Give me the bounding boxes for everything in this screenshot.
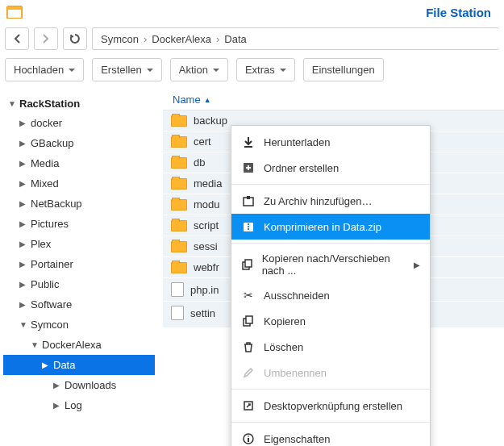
chevron-down-icon — [19, 320, 27, 329]
folder-icon — [171, 241, 187, 252]
chevron-right-icon — [19, 300, 27, 309]
chevron-right-icon — [19, 219, 27, 228]
tree-item[interactable]: Mixed — [3, 173, 155, 194]
sort-asc-icon: ▲ — [204, 96, 211, 104]
shortcut-icon — [241, 398, 256, 413]
folder-icon — [171, 199, 187, 210]
pencil-icon — [241, 365, 256, 380]
menu-separator — [231, 389, 430, 390]
menu-compress[interactable]: Komprimieren in Data.zip — [231, 214, 430, 240]
column-header-name[interactable]: Name ▲ — [163, 90, 504, 110]
forward-button[interactable] — [34, 27, 58, 50]
chevron-right-icon — [19, 199, 27, 208]
breadcrumb[interactable]: Symcon › DockerAlexa › Data — [92, 27, 499, 50]
tree-item[interactable]: Plex — [3, 234, 155, 254]
tree-item-label: DockerAlexa — [42, 339, 102, 351]
chevron-down-icon — [31, 340, 39, 349]
tree-item[interactable]: Downloads — [3, 375, 155, 395]
download-icon — [241, 135, 256, 149]
context-menu: Herunterladen Ordner erstellen Zu Archiv… — [231, 125, 431, 446]
tree-item-label: Symcon — [31, 319, 69, 331]
tree-item-label: Media — [31, 157, 59, 169]
chevron-right-icon — [19, 119, 27, 127]
file-name: cert — [194, 135, 211, 148]
tree-item[interactable]: Log — [3, 395, 155, 415]
tree-item[interactable]: Portainer — [3, 254, 155, 274]
tree-item[interactable]: Public — [3, 274, 155, 294]
compress-icon — [241, 219, 256, 234]
tree-root[interactable]: RackStation — [3, 94, 155, 113]
navigation-bar: Symcon › DockerAlexa › Data — [0, 24, 504, 53]
folder-icon — [171, 157, 187, 169]
file-name: webfr — [194, 261, 219, 273]
tree-item-label: GBackup — [31, 137, 73, 149]
tree-item-label: Public — [31, 278, 59, 290]
breadcrumb-sep-icon: › — [144, 33, 147, 45]
archive-add-icon — [241, 194, 256, 208]
folder-icon — [171, 262, 187, 273]
menu-copy[interactable]: Kopieren — [231, 308, 430, 334]
file-name: php.in — [190, 284, 219, 296]
breadcrumb-item[interactable]: Data — [224, 33, 246, 45]
tree-item[interactable]: Pictures — [3, 214, 155, 234]
file-name: media — [194, 177, 222, 190]
chevron-right-icon — [19, 260, 27, 269]
menu-add-to-archive[interactable]: Zu Archiv hinzufügen… — [231, 188, 430, 214]
settings-button[interactable]: Einstellungen — [303, 58, 384, 81]
tree-item[interactable]: docker — [3, 113, 155, 133]
copy-icon — [241, 314, 256, 328]
tree-item-label: NetBackup — [31, 198, 82, 210]
file-name: db — [194, 156, 205, 169]
menu-desktop-shortcut[interactable]: Desktopverknüpfung erstellen — [231, 393, 430, 419]
folder-icon — [171, 220, 187, 231]
action-toolbar: Hochladen Erstellen Aktion Extras Einste… — [0, 53, 504, 90]
breadcrumb-sep-icon: › — [216, 33, 219, 45]
file-name: modu — [194, 198, 220, 210]
add-folder-icon — [241, 160, 256, 175]
back-button[interactable] — [5, 27, 29, 50]
tree-item-label: Plex — [31, 238, 51, 250]
file-icon — [171, 306, 184, 320]
folder-icon — [171, 178, 187, 190]
info-icon — [241, 431, 256, 446]
tree-item[interactable]: Data — [3, 355, 155, 375]
sidebar: RackStation dockerGBackupMediaMixedNetBa… — [0, 90, 158, 446]
chevron-down-icon — [280, 69, 286, 72]
menu-delete[interactable]: Löschen — [231, 334, 430, 360]
tree-item[interactable]: DockerAlexa — [3, 335, 155, 355]
file-name: backup — [194, 115, 227, 127]
chevron-right-icon — [19, 280, 27, 289]
menu-copy-move[interactable]: Kopieren nach/Verschieben nach ... ▶ — [231, 247, 430, 282]
tree-item[interactable]: NetBackup — [3, 194, 155, 214]
menu-properties[interactable]: Eigenschaften — [231, 426, 430, 446]
breadcrumb-item[interactable]: Symcon — [101, 33, 139, 45]
upload-button[interactable]: Hochladen — [5, 58, 84, 81]
refresh-button[interactable] — [63, 27, 87, 50]
chevron-right-icon — [19, 139, 27, 148]
tree-item-label: Log — [65, 399, 82, 411]
tree-item[interactable]: GBackup — [3, 133, 155, 153]
file-name: settin — [190, 307, 215, 319]
menu-separator — [231, 243, 430, 244]
app-title: File Station — [426, 6, 498, 19]
menu-rename: Umbenennen — [231, 360, 430, 386]
menu-separator — [231, 184, 430, 185]
folder-icon — [171, 115, 187, 127]
menu-cut[interactable]: ✂ Ausschneiden — [231, 282, 430, 308]
menu-download[interactable]: Herunterladen — [231, 129, 430, 155]
tree-item[interactable]: Symcon — [3, 315, 155, 335]
cut-icon: ✂ — [241, 288, 256, 302]
tree-item[interactable]: Media — [3, 153, 155, 173]
tree-item-label: Software — [31, 298, 72, 311]
action-button[interactable]: Aktion — [170, 58, 228, 81]
tree-item[interactable]: Software — [3, 294, 155, 315]
extras-button[interactable]: Extras — [236, 58, 295, 81]
chevron-right-icon — [19, 240, 27, 248]
chevron-down-icon — [147, 69, 153, 72]
breadcrumb-item[interactable]: DockerAlexa — [152, 33, 211, 45]
create-button[interactable]: Erstellen — [92, 58, 162, 81]
chevron-right-icon — [19, 179, 27, 188]
menu-create-folder[interactable]: Ordner erstellen — [231, 155, 430, 181]
chevron-down-icon — [8, 99, 16, 108]
tree-item-label: Mixed — [31, 177, 59, 190]
